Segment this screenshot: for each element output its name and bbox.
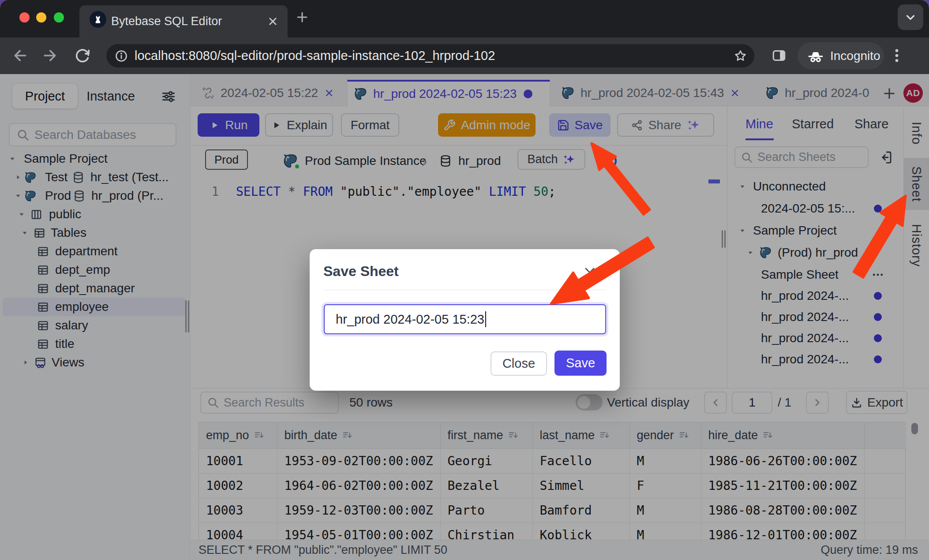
browser-tab[interactable]: Bytebase SQL Editor: [79, 5, 288, 37]
back-icon[interactable]: [11, 47, 29, 64]
browser-toolbar: localhost:8080/sql-editor/prod-sample-in…: [0, 37, 929, 74]
save-sheet-dialog: Save Sheet hr_prod 2024-02-05 15:23 Clos…: [310, 249, 620, 391]
reload-icon[interactable]: [74, 47, 91, 64]
sheet-name-value: hr_prod 2024-02-05 15:23: [336, 312, 484, 327]
app-content: Project Instance Search Databases Sample…: [0, 74, 929, 560]
dialog-save-button[interactable]: Save: [554, 351, 607, 376]
dialog-close-icon[interactable]: [582, 265, 597, 280]
forward-icon[interactable]: [41, 47, 59, 64]
bytebase-favicon: [90, 11, 106, 28]
tab-search-chevron-icon[interactable]: [898, 4, 923, 30]
window-close-button[interactable]: [19, 12, 30, 22]
sheet-name-input[interactable]: hr_prod 2024-02-05 15:23: [324, 304, 606, 334]
browser-chrome: Bytebase SQL Editor: [0, 0, 929, 74]
dialog-divider: [323, 290, 606, 290]
browser-tab-close-icon[interactable]: [267, 15, 279, 27]
side-panel-icon[interactable]: [771, 48, 787, 63]
browser-window: Bytebase SQL Editor: [0, 0, 929, 560]
new-tab-icon[interactable]: [295, 10, 310, 25]
bookmark-star-icon[interactable]: [734, 49, 747, 63]
incognito-badge: Incognito: [798, 42, 884, 69]
url-bar[interactable]: localhost:8080/sql-editor/prod-sample-in…: [106, 44, 754, 67]
incognito-label: Incognito: [830, 49, 880, 63]
text-cursor: [485, 311, 487, 327]
site-info-icon[interactable]: [114, 49, 128, 63]
browser-menu-icon[interactable]: [888, 46, 906, 65]
window-minimize-button[interactable]: [36, 12, 46, 22]
dialog-close-button[interactable]: Close: [491, 351, 547, 376]
url-text: localhost:8080/sql-editor/prod-sample-in…: [135, 49, 495, 63]
dialog-title: Save Sheet: [323, 263, 399, 280]
window-zoom-button[interactable]: [54, 12, 64, 22]
browser-tab-title: Bytebase SQL Editor: [111, 5, 222, 37]
